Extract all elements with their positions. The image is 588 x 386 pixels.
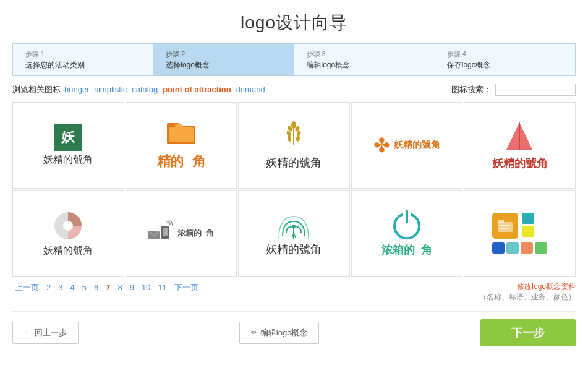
browse-row: 浏览相关图标 hunger simplistic catalog point o…: [12, 84, 576, 96]
search-input[interactable]: [495, 84, 576, 96]
svg-point-10: [288, 135, 292, 142]
page-next[interactable]: 下一页: [172, 281, 201, 294]
action-bar: ← 回上一步 ✏ 编辑logo概念 下一步: [12, 311, 576, 346]
step-1[interactable]: 步骤 1 选择您的活动类别: [13, 44, 153, 75]
logo3-text: 妖精的號角: [266, 155, 322, 170]
logo-cell-7[interactable]: 浓箱的 角: [126, 190, 237, 277]
page-prev[interactable]: 上一页: [12, 281, 41, 294]
page-11[interactable]: 11: [155, 282, 169, 293]
edit-button[interactable]: ✏ 编辑logo概念: [239, 322, 319, 344]
logo7-phone-icon: [148, 220, 175, 246]
page-10[interactable]: 10: [139, 282, 153, 293]
search-label: 图标搜索：: [451, 84, 492, 95]
svg-rect-25: [498, 220, 504, 223]
modify-logo-sub: （名称、标语、业务、颜色）: [464, 292, 576, 302]
logo-cell-4[interactable]: ✤ 妖精的號角: [351, 102, 463, 189]
svg-text:A: A: [292, 232, 296, 239]
browse-label: 浏览相关图标: [12, 84, 61, 95]
logo-cell-5[interactable]: 妖精的號角: [464, 102, 576, 189]
logo2-text: 精的 角: [157, 152, 205, 171]
logo9-power-icon: [391, 208, 423, 242]
logo4-wrapper: ✤ 妖精的號角: [373, 134, 440, 157]
logo-cell-8[interactable]: A 妖精的號角: [238, 190, 350, 277]
page-4[interactable]: 4: [67, 282, 77, 293]
back-button[interactable]: ← 回上一步: [12, 322, 79, 344]
page-6[interactable]: 6: [92, 282, 101, 293]
browse-tag-hunger[interactable]: hunger: [64, 85, 89, 94]
page-8[interactable]: 8: [115, 282, 124, 293]
svg-rect-24: [498, 222, 513, 232]
svg-rect-3: [175, 124, 182, 127]
step-2[interactable]: 步骤 2 选择logo概念: [153, 44, 294, 75]
logo-cell-6[interactable]: 妖精的號角: [12, 190, 124, 277]
logo-cell-3[interactable]: 妖精的號角: [238, 102, 350, 189]
page-5[interactable]: 5: [80, 282, 89, 293]
logo-cell-10[interactable]: [464, 190, 576, 277]
logo6-text: 妖精的號角: [43, 244, 93, 257]
logo-cell-2[interactable]: 精的 角: [126, 102, 237, 189]
page-title: logo设计向导: [0, 0, 588, 43]
logo6-pie-icon: [51, 209, 85, 244]
logo1-text: 妖精的號角: [43, 153, 93, 166]
svg-rect-2: [169, 127, 194, 142]
svg-point-21: [292, 225, 296, 228]
page-3[interactable]: 3: [56, 282, 65, 293]
logo7-wrapper: 浓箱的 角: [148, 220, 214, 246]
page-2[interactable]: 2: [44, 282, 53, 293]
next-button[interactable]: 下一步: [480, 319, 576, 346]
step-3[interactable]: 步骤 3 编辑logo概念: [294, 44, 435, 75]
logo8-text: 妖精的號角: [266, 242, 322, 257]
logo-cell-9[interactable]: 浓箱的 角: [351, 190, 463, 277]
logo9-text: 浓箱的 角: [381, 242, 432, 257]
logo8-signal-icon: A: [278, 209, 310, 242]
svg-point-5: [291, 121, 296, 129]
logo2-folder-icon: [166, 119, 197, 151]
steps-bar: 步骤 1 选择您的活动类别 步骤 2 选择logo概念 步骤 3 编辑logo概…: [12, 43, 576, 76]
browse-tag-catalog[interactable]: catalog: [132, 85, 158, 94]
svg-rect-19: [163, 228, 168, 236]
browse-tag-point-of-attraction[interactable]: point of attraction: [163, 85, 231, 94]
browse-tag-simplistic[interactable]: simplistic: [94, 85, 127, 94]
logo4-symbol-icon: ✤: [373, 134, 390, 157]
logo10-grid-icon: [492, 213, 548, 254]
logo5-triangle-icon: [503, 120, 537, 156]
page-9[interactable]: 9: [127, 282, 137, 293]
logo5-text: 妖精的號角: [492, 156, 548, 171]
svg-point-16: [63, 221, 73, 231]
logo-cell-1[interactable]: 妖 妖精的號角: [12, 102, 124, 189]
browse-tag-demand[interactable]: demand: [236, 85, 265, 94]
logo-grid: 妖 妖精的號角 精的 角: [12, 102, 576, 277]
svg-point-11: [296, 135, 301, 142]
pagination: 上一页 2 3 4 5 6 7 8 9 10 11 下一页: [12, 281, 464, 294]
step-4[interactable]: 步骤 4 保存logo概念: [435, 44, 575, 75]
logo3-wheat-icon: [279, 120, 309, 153]
logo1-icon: 妖: [54, 124, 82, 151]
modify-logo-link[interactable]: 修改logo概念资料: [517, 282, 576, 291]
page-7-current[interactable]: 7: [103, 282, 113, 293]
